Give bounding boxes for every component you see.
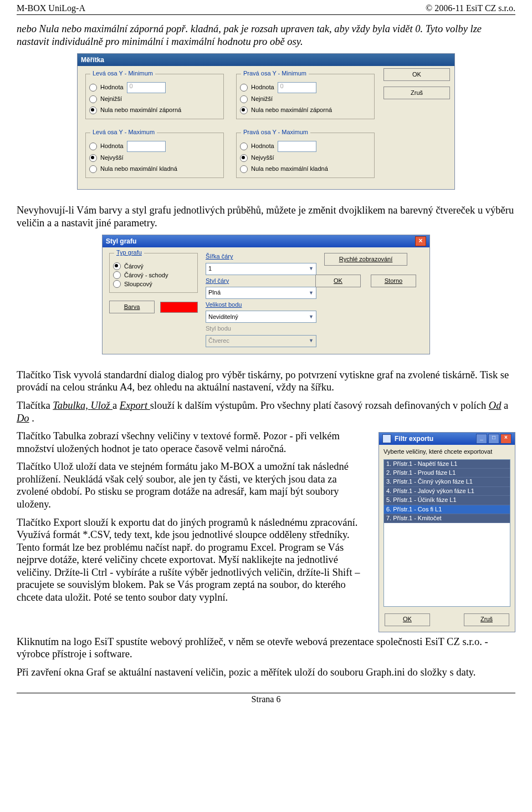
label-velikost-bodu: Velikost bodu: [206, 301, 316, 308]
header-left: M-BOX UniLog-A: [17, 3, 85, 13]
radio-rmin-nula[interactable]: [240, 106, 248, 114]
list-item[interactable]: 5. Přístr.1 - Účiník fáze L1: [384, 496, 510, 505]
dialog-stylgrafu-title: Styl grafu: [106, 237, 136, 246]
dialog-filtr-titlebar[interactable]: Filtr exportu _ □ ×: [379, 433, 515, 445]
styl-ok-button[interactable]: OK: [315, 275, 361, 287]
group-left-min-legend: Levá osa Y - Minimum: [90, 70, 155, 77]
group-right-min-legend: Pravá osa Y - Minimum: [241, 70, 309, 77]
dialog-stylgrafu: Styl grafu × Typ grafu Čárový Čárový - s…: [102, 235, 430, 354]
select-velikost-bodu[interactable]: Neviditelný▼: [206, 311, 316, 323]
radio-lmax-nula[interactable]: [89, 165, 97, 173]
label-styl-bodu: Styl bodu: [206, 325, 316, 332]
group-right-max-legend: Pravá osa Y - Maximum: [241, 129, 310, 136]
group-left-max-legend: Levá osa Y - Maximum: [90, 129, 157, 136]
group-typ-grafu-legend: Typ grafu: [114, 249, 144, 256]
radio-carovy[interactable]: [113, 262, 121, 270]
input-rmin-hodnota[interactable]: 0: [278, 82, 316, 93]
radio-lmin-hodnota[interactable]: [89, 84, 97, 92]
filtr-ok-button[interactable]: OK: [385, 613, 430, 626]
chevron-down-icon: ▼: [309, 290, 314, 296]
list-item[interactable]: 1. Přístr.1 - Napětí fáze L1: [384, 460, 510, 469]
color-swatch[interactable]: [160, 302, 198, 313]
list-item[interactable]: 7. Přístr.1 - Kmitočet: [384, 514, 510, 523]
close-icon[interactable]: ×: [500, 434, 511, 444]
group-left-min: Levá osa Y - Minimum Hodnota0 Nejnižší N…: [85, 74, 224, 119]
input-rmax-hodnota[interactable]: [278, 141, 316, 152]
meritka-ok-button[interactable]: OK: [383, 68, 450, 81]
filtr-listbox[interactable]: 1. Přístr.1 - Napětí fáze L1 2. Přístr.1…: [383, 459, 510, 607]
barva-button[interactable]: Barva: [109, 301, 155, 313]
radio-lmax-hodnota[interactable]: [89, 143, 97, 150]
radio-rmax-nula[interactable]: [240, 165, 248, 173]
group-typ-grafu: Typ grafu Čárový Čárový - schody Sloupco…: [109, 253, 198, 293]
list-item[interactable]: 2. Přístr.1 - Proud fáze L1: [384, 469, 510, 478]
label-sirka-cary: Šířka čáry: [206, 253, 316, 260]
group-left-max: Levá osa Y - Maximum Hodnota Nejvyšší Nu…: [85, 133, 224, 178]
radio-lmin-nejnizsi[interactable]: [89, 95, 97, 103]
app-icon: [382, 434, 391, 443]
doc-header: M-BOX UniLog-A © 2006-11 EsiT CZ s.r.o.: [0, 0, 532, 14]
radio-lmin-nula[interactable]: [89, 106, 97, 114]
chevron-down-icon: ▼: [309, 338, 314, 344]
filtr-zrus-button[interactable]: Zruš: [464, 613, 509, 626]
para-8: Při zavření okna Graf se aktuální nastav…: [17, 666, 515, 679]
filtr-label: Vyberte veličiny, které chcete exportova…: [383, 448, 510, 455]
close-icon[interactable]: ×: [415, 236, 426, 246]
para-2: Nevyhovují-li Vám barvy a styl grafu jed…: [17, 204, 515, 229]
dialog-meritka-title: Měřítka: [81, 56, 104, 64]
para-3a: Tlačítko Tisk vyvolá standardní dialog d…: [17, 369, 515, 394]
chevron-down-icon: ▼: [309, 266, 314, 272]
select-styl-bodu: Čtverec▼: [206, 335, 316, 347]
input-lmax-hodnota[interactable]: [127, 141, 166, 152]
minimize-icon[interactable]: _: [476, 434, 487, 444]
page-number: Strana 6: [252, 694, 281, 704]
dialog-stylgrafu-titlebar[interactable]: Styl grafu ×: [103, 235, 429, 247]
para-1: nebo Nula nebo maximální záporná popř. k…: [17, 23, 515, 48]
list-item[interactable]: 4. Přístr.1 - Jalový výkon fáze L1: [384, 487, 510, 496]
list-item[interactable]: 6. Přístr.1 - Cos fi L1: [384, 505, 510, 514]
para-7: Kliknutím na logo EsiT spustíte webový p…: [17, 636, 515, 661]
radio-rmin-hodnota[interactable]: [240, 84, 248, 92]
group-right-max: Pravá osa Y - Maximum Hodnota Nejvyšší N…: [236, 133, 375, 178]
radio-rmax-nejvyssi[interactable]: [240, 154, 248, 162]
dialog-meritka-titlebar[interactable]: Měřítka: [78, 54, 454, 66]
dialog-filtr-exportu: Filtr exportu _ □ × Vyberte veličiny, kt…: [378, 432, 515, 632]
group-right-min: Pravá osa Y - Minimum Hodnota0 Nejnižší …: [236, 74, 375, 119]
header-right: © 2006-11 EsiT CZ s.r.o.: [426, 3, 515, 13]
rychle-button[interactable]: Rychlé zobrazování: [324, 253, 407, 266]
header-rule: [17, 14, 515, 15]
dialog-filtr-title: Filtr exportu: [395, 435, 433, 443]
radio-carovy-schody[interactable]: [113, 271, 121, 279]
label-styl-cary: Styl čáry: [206, 277, 316, 285]
select-styl-cary[interactable]: Plná▼: [206, 287, 316, 299]
radio-rmax-hodnota[interactable]: [240, 143, 248, 150]
list-item[interactable]: 3. Přístr.1 - Činný výkon fáze L1: [384, 478, 510, 486]
para-3b: Tlačítka Tabulka, Ulož a Export slouží k…: [17, 399, 515, 424]
maximize-icon[interactable]: □: [488, 434, 499, 444]
dialog-meritka: Měřítka Levá osa Y - Minimum Hodnota0 Ne…: [77, 53, 455, 190]
radio-lmax-nejvyssi[interactable]: [89, 154, 97, 162]
radio-sloupcovy[interactable]: [113, 280, 121, 288]
footer: Strana 6: [17, 693, 515, 714]
meritka-cancel-button[interactable]: Zruš: [383, 87, 450, 99]
radio-rmin-nejnizsi[interactable]: [240, 95, 248, 103]
chevron-down-icon: ▼: [309, 314, 314, 320]
select-sirka-cary[interactable]: 1▼: [206, 263, 316, 275]
input-lmin-hodnota[interactable]: 0: [127, 82, 166, 93]
styl-storno-button[interactable]: Storno: [371, 275, 416, 287]
